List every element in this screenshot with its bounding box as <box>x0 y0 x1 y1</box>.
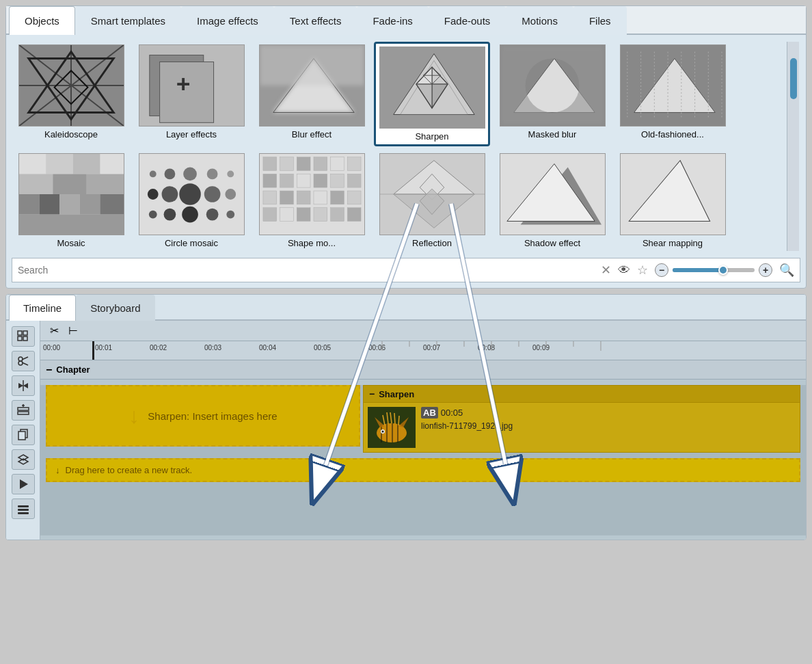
effect-label-blur: Blur effect <box>292 129 331 140</box>
scrollbar[interactable] <box>787 42 799 251</box>
tab-storyboard[interactable]: Storyboard <box>76 295 154 321</box>
sharpen-header: − Sharpen <box>364 386 800 403</box>
tab-fade-ins[interactable]: Fade-ins <box>357 6 428 35</box>
tab-text-effects[interactable]: Text effects <box>274 6 357 35</box>
playhead[interactable] <box>92 341 94 360</box>
svg-line-154 <box>394 413 395 424</box>
clear-icon[interactable]: ✕ <box>601 263 611 278</box>
drag-track-hint[interactable]: ↓ Drag here to create a new track. <box>46 458 800 482</box>
tool-add-track-button[interactable] <box>12 400 35 421</box>
svg-point-60 <box>147 189 158 200</box>
svg-rect-123 <box>18 412 29 414</box>
insert-text: Sharpen: Insert images here <box>148 410 277 422</box>
tracks-area: ↓ Sharpen: Insert images here − Sharpen <box>40 385 806 535</box>
ab-icon: AB <box>421 407 438 419</box>
bottom-panel: Timeline Storyboard <box>5 294 807 540</box>
scrollbar-track[interactable] <box>790 44 797 248</box>
fish-filename: lionfish-711799_1920.jpg <box>421 421 513 431</box>
tab-motions[interactable]: Motions <box>506 6 573 35</box>
tab-image-effects[interactable]: Image effects <box>181 6 274 35</box>
tool-play-button[interactable] <box>12 474 35 494</box>
svg-rect-49 <box>79 194 100 215</box>
effect-shear-mapping[interactable]: Shear mapping <box>614 150 731 251</box>
ruler-marks-container: 00:00 00:01 00:02 00:03 00:04 00:05 00:0… <box>40 341 806 360</box>
svg-rect-90 <box>297 191 310 204</box>
effect-thumb-shear-mapping <box>620 153 726 235</box>
top-panel: Objects Smart templates Image effects Te… <box>5 5 807 289</box>
main-container: Objects Smart templates Image effects Te… <box>0 5 812 540</box>
chapter-label: Chapter <box>56 364 90 375</box>
tool-scissors-button[interactable] <box>12 351 35 371</box>
effect-shape-mosaic[interactable]: Shape mo... <box>254 150 370 251</box>
tool-more-tracks-button[interactable] <box>12 499 35 519</box>
svg-text:+: + <box>176 70 190 98</box>
svg-rect-94 <box>262 208 276 222</box>
tab-fade-outs[interactable]: Fade-outs <box>429 6 506 35</box>
svg-marker-120 <box>18 383 23 388</box>
svg-rect-54 <box>86 174 123 194</box>
search-input[interactable] <box>18 265 595 276</box>
effect-mosaic[interactable]: Mosaic <box>13 150 129 251</box>
svg-rect-15 <box>260 45 364 85</box>
sharpen-collapse-button[interactable]: − <box>369 388 375 399</box>
fish-duration: 00:05 <box>441 408 463 418</box>
tool-trim-button[interactable] <box>12 375 35 396</box>
svg-rect-114 <box>23 336 27 341</box>
timeline-area: ✂ ⊢ 00:00 00:01 00:02 00:03 00:04 <box>6 321 806 540</box>
tool-copy-button[interactable] <box>12 425 35 445</box>
search-magnify-icon[interactable]: 🔍 <box>779 263 794 278</box>
effect-label-shape-mosaic: Shape mo... <box>288 238 336 248</box>
svg-point-116 <box>18 361 23 365</box>
svg-rect-93 <box>347 191 361 204</box>
svg-point-73 <box>206 168 217 179</box>
star-icon[interactable]: ☆ <box>637 263 648 278</box>
ruler-icon-cut[interactable]: ✂ <box>46 323 62 339</box>
ruler-icon-trim[interactable]: ⊢ <box>65 323 81 339</box>
fish-info: AB 00:05 lionfish-711799_1920.jpg <box>421 407 513 448</box>
fish-thumbnail <box>368 407 416 448</box>
tool-grid-button[interactable] <box>12 326 35 347</box>
chapter-row: − Chapter <box>40 360 806 380</box>
effect-kaleidoscope[interactable]: Kaleidoscope <box>13 42 129 146</box>
svg-rect-77 <box>280 157 293 171</box>
scrollbar-thumb[interactable] <box>790 58 797 99</box>
zoom-in-button[interactable]: + <box>759 263 772 277</box>
svg-rect-84 <box>297 174 310 187</box>
drag-arrow-icon: ↓ <box>55 465 60 475</box>
svg-point-67 <box>182 207 198 223</box>
effect-blur[interactable]: Blur effect <box>254 42 370 146</box>
timeline-ruler: 00:00 00:01 00:02 00:03 00:04 00:05 00:0… <box>40 341 806 360</box>
effect-circle-mosaic[interactable]: Circle mosaic <box>133 150 249 251</box>
timeline-toolbar <box>6 321 40 540</box>
insert-placeholder[interactable]: ↓ Sharpen: Insert images here <box>46 385 360 447</box>
svg-rect-46 <box>19 194 40 215</box>
svg-rect-58 <box>100 154 124 174</box>
svg-rect-52 <box>19 174 53 194</box>
effect-shadow[interactable]: Shadow effect <box>494 150 610 251</box>
zoom-out-button[interactable]: − <box>655 263 668 277</box>
svg-rect-51 <box>19 215 124 235</box>
tab-timeline[interactable]: Timeline <box>9 295 76 321</box>
svg-rect-112 <box>23 331 27 335</box>
insert-arrow-icon: ↓ <box>128 403 139 429</box>
effect-label-circle-mosaic: Circle mosaic <box>165 238 218 248</box>
effect-masked-blur[interactable]: Masked blur <box>494 42 610 146</box>
tab-objects[interactable]: Objects <box>9 6 75 35</box>
effect-old-fashioned[interactable]: Old-fashioned... <box>614 42 731 146</box>
zoom-slider-fill <box>673 268 722 272</box>
tool-layers-button[interactable] <box>12 449 35 470</box>
effect-layer-effects[interactable]: + Layer effects <box>133 42 249 146</box>
zoom-slider-thumb[interactable] <box>718 265 728 275</box>
effect-reflection[interactable]: Reflection <box>374 150 490 251</box>
svg-point-71 <box>164 168 175 179</box>
tab-smart-templates[interactable]: Smart templates <box>75 6 181 35</box>
effect-sharpen[interactable]: Sharpen <box>374 42 490 146</box>
chapter-collapse-button[interactable]: − <box>46 364 52 376</box>
svg-rect-50 <box>100 194 124 215</box>
eye-icon[interactable]: 👁 <box>618 263 630 278</box>
svg-rect-113 <box>18 336 22 341</box>
tab-files[interactable]: Files <box>573 6 627 35</box>
zoom-slider[interactable] <box>673 268 755 272</box>
effect-thumb-circle-mosaic <box>139 153 245 235</box>
svg-point-61 <box>161 186 178 202</box>
